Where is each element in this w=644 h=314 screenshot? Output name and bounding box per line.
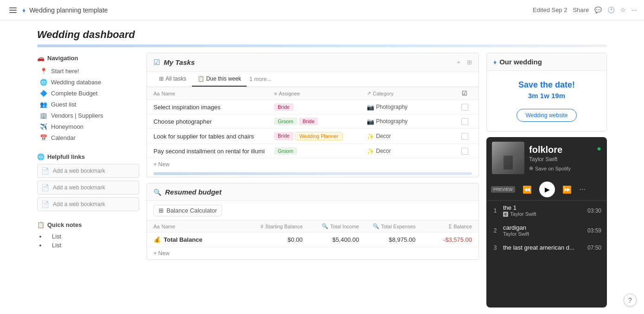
budget-table-header: Aa Name # Starting Balance 🔍 Total Incom… [147, 220, 478, 232]
task-assignee-3: Bride Wedding Planner [274, 132, 367, 140]
col-assignee-header: ≡ Assignee [274, 91, 367, 96]
bookmark-icon-2: 📄 [41, 184, 49, 191]
spotify-controls: PREVIEW ⏮ ⏪ ▶ ⏩ ··· [486, 179, 607, 200]
bookmark-2[interactable]: 📄 Add a web bookmark [37, 181, 139, 195]
task-row-1[interactable]: Select inspiration images Bride 📷 Photog… [147, 100, 478, 114]
spotify-info: folklore Taylor Swift ⊕ Save on Spotify … [529, 144, 601, 171]
more-controls-button[interactable]: ··· [579, 185, 585, 194]
countdown-text: 3m 1w 19m [493, 92, 600, 100]
star-icon[interactable]: ☆ [620, 6, 626, 13]
track-num-2: 2 [492, 227, 498, 234]
next-button[interactable]: ⏩ [562, 185, 572, 194]
task-row-2[interactable]: Choose photographer Groom Bride 📷 Photog… [147, 114, 478, 129]
play-button[interactable]: ▶ [539, 182, 555, 197]
track-info-3: the last great american d... [503, 244, 583, 251]
grid-icon[interactable]: ⊞ [467, 59, 472, 66]
budget-tab[interactable]: ⊞ Balance Calculator [153, 205, 222, 216]
bookmark-1[interactable]: 📄 Add a web bookmark [37, 164, 139, 178]
add-icon[interactable]: + [457, 59, 460, 66]
our-wedding-panel: ♦ Our wedding Save the date! 3m 1w 19m W… [486, 53, 607, 132]
sigma-icon: Σ [448, 224, 452, 229]
track-info-1: the 1 E Taylor Swift [503, 204, 583, 217]
wedding-website-button[interactable]: Wedding website [516, 109, 576, 122]
track-artist-2: Taylor Swift [503, 231, 583, 237]
spotify-album-art [492, 142, 524, 174]
help-button[interactable]: ? [624, 294, 637, 307]
task-row-3[interactable]: Look for supplier for tables and chairs … [147, 129, 478, 144]
topbar: ♦ Wedding planning template Edited Sep 2… [0, 0, 644, 20]
budget-row-1[interactable]: 💰 Total Balance $0.00 $5,400.00 $8,975.0… [147, 232, 478, 247]
bookmark-3[interactable]: 📄 Add a web bookmark [37, 197, 139, 211]
spotify-track-3[interactable]: 3 the last great american d... 07:50 [486, 240, 607, 255]
table-icon: ⊞ [159, 207, 164, 214]
decor-icon-3: ✨ [367, 133, 374, 140]
assignee-tag-bride-2: Bride [299, 118, 319, 125]
budget-row-name: 💰 Total Balance [153, 236, 246, 243]
plus-icon: ⊕ [529, 165, 533, 171]
more-icon[interactable]: ··· [631, 6, 637, 13]
task-assignee-2: Groom Bride [274, 118, 367, 125]
text-icon-b: Aa [153, 224, 159, 229]
task-checkbox-2[interactable] [457, 118, 472, 125]
sidebar-item-vendors[interactable]: 🏢 Vendors | Suppliers [37, 110, 139, 121]
add-new-budget[interactable]: + New [147, 247, 478, 259]
magnifier-icon: 🔍 [153, 188, 161, 196]
task-checkbox-3[interactable] [457, 133, 472, 140]
our-wedding-header: ♦ Our wedding [487, 53, 606, 71]
category-arrow-icon: ↗ [367, 90, 371, 96]
col-check-header: ☑ [457, 90, 472, 97]
my-tasks-title: My Tasks [164, 58, 195, 66]
prev-button[interactable]: ⏪ [523, 185, 532, 194]
task-name-1: Select inspiration images [153, 104, 274, 111]
globe-icon: 🌐 [40, 78, 47, 86]
share-button[interactable]: Share [573, 6, 589, 13]
spotify-header: folklore Taylor Swift ⊕ Save on Spotify … [486, 137, 607, 179]
task-row-4[interactable]: Pay second installment on rental for ill… [147, 144, 478, 158]
spotify-track-1[interactable]: 1 the 1 E Taylor Swift 03:30 [486, 201, 607, 220]
checkbox-1[interactable] [461, 104, 468, 111]
spotify-track-2[interactable]: 2 cardigan Taylor Swift 03:59 [486, 220, 607, 240]
checkbox-2[interactable] [461, 118, 468, 125]
bookmark-icon-1: 📄 [41, 167, 49, 175]
checkbox-3[interactable] [461, 133, 468, 140]
budget-icon: 🔷 [40, 89, 47, 97]
track-num-1: 1 [492, 207, 498, 214]
list-item-2: List [46, 241, 139, 250]
track-duration-1: 03:30 [587, 207, 601, 214]
menu-button[interactable] [7, 6, 19, 15]
checkbox-4[interactable] [461, 148, 468, 155]
page-title: Wedding dashboard [37, 29, 607, 41]
track-artist-1: E Taylor Swift [503, 211, 583, 217]
tab-due-this-week[interactable]: 📋 Due this week [192, 72, 247, 87]
sidebar-item-budget[interactable]: 🔷 Complete Budget [37, 88, 139, 99]
budget-income-val: $5,400.00 [303, 236, 359, 243]
decor-icon-4: ✨ [367, 148, 374, 155]
nav-section-title: 🚗 Navigation [37, 53, 139, 65]
sidebar-item-guestlist[interactable]: 👥 Guest list [37, 99, 139, 110]
scroll-hint-tasks [153, 172, 472, 175]
main-layout: 🚗 Navigation 📍 Start here! 🌐 Wedding dat… [0, 47, 644, 313]
tab-all-tasks[interactable]: ⊞ All tasks [153, 72, 192, 87]
sidebar-item-honeymoon[interactable]: ✈️ Honeymoon [37, 121, 139, 132]
sidebar-item-calendar[interactable]: 📅 Calendar [37, 132, 139, 143]
task-checkbox-4[interactable] [457, 148, 472, 155]
task-assignee-4: Groom [274, 147, 367, 155]
spotify-panel: folklore Taylor Swift ⊕ Save on Spotify … [486, 137, 607, 308]
explicit-badge-1: E [503, 212, 508, 217]
track-num-3: 3 [492, 245, 498, 251]
bcol-starting-header: # Starting Balance [246, 224, 303, 229]
sidebar-item-start[interactable]: 📍 Start here! [37, 65, 139, 76]
add-new-task[interactable]: + New [147, 158, 478, 170]
photography-icon-1: 📷 [367, 104, 374, 111]
sidebar-item-database[interactable]: 🌐 Wedding database [37, 76, 139, 88]
tab-more[interactable]: 1 more... [247, 72, 274, 86]
comment-icon[interactable]: 💬 [594, 6, 602, 13]
calendar-icon: 📅 [40, 134, 47, 141]
magnifier-col-icon: 🔍 [322, 223, 328, 229]
track-duration-3: 07:50 [587, 245, 601, 251]
spotify-save-button[interactable]: ⊕ Save on Spotify [529, 165, 571, 171]
task-checkbox-1[interactable] [457, 104, 472, 111]
history-icon[interactable]: 🕐 [607, 6, 615, 13]
notes-icon: 📋 [37, 221, 45, 228]
assignee-tag-bride-3: Bride [274, 132, 293, 140]
